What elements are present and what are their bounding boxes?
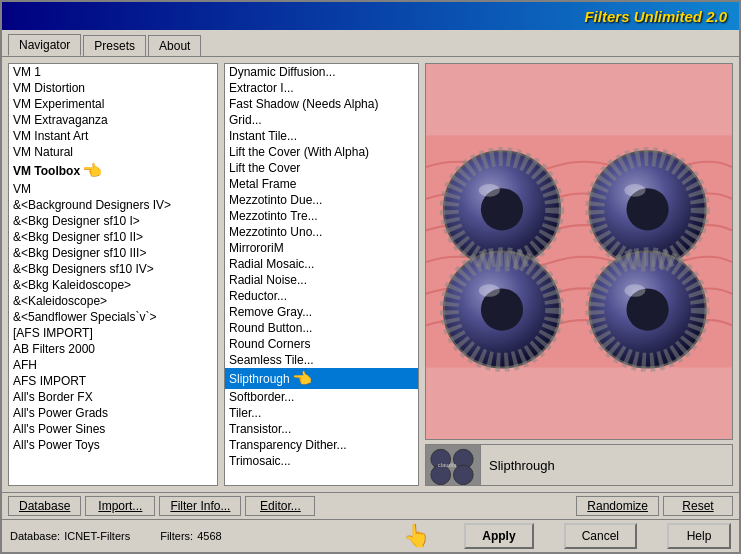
list-item[interactable]: Reductor... (225, 288, 418, 304)
status-bar: Database: ICNET-Filters Filters: 4568 👆 … (2, 519, 739, 552)
hand-cursor-icon: 👆 (403, 523, 430, 549)
main-content: VM 1 VM Distortion VM Experimental VM Ex… (2, 57, 739, 492)
list-item[interactable]: VM 1 (9, 64, 217, 80)
editor-button[interactable]: Editor... (245, 496, 315, 516)
bottom-toolbar: Database Import... Filter Info... Editor… (2, 492, 739, 519)
preview-panel: claudia Slipthrough (425, 63, 733, 486)
list-item[interactable]: VM Distortion (9, 80, 217, 96)
list-item[interactable]: Mezzotinto Uno... (225, 224, 418, 240)
filters-label: Filters: (160, 530, 193, 542)
tab-about[interactable]: About (148, 35, 201, 56)
list-item[interactable]: &<Kaleidoscope> (9, 293, 217, 309)
help-button[interactable]: Help (667, 523, 731, 549)
list-item[interactable]: AB Filters 2000 (9, 341, 217, 357)
list-item[interactable]: Metal Frame (225, 176, 418, 192)
svg-point-16 (624, 284, 645, 297)
list-item[interactable]: Remove Gray... (225, 304, 418, 320)
list-item[interactable]: Transparency Dither... (225, 437, 418, 453)
list-item[interactable]: Mezzotinto Tre... (225, 208, 418, 224)
list-item[interactable]: Seamless Tile... (225, 352, 418, 368)
list-item[interactable]: Fast Shadow (Needs Alpha) (225, 96, 418, 112)
list-item-slipthrough[interactable]: Slipthrough 👈 (225, 368, 418, 389)
list-item[interactable]: Round Corners (225, 336, 418, 352)
list-item[interactable]: Round Button... (225, 320, 418, 336)
main-window: Filters Unlimited 2.0 Navigator Presets … (0, 0, 741, 554)
apply-button[interactable]: Apply (464, 523, 533, 549)
left-list[interactable]: VM 1 VM Distortion VM Experimental VM Ex… (9, 64, 217, 485)
list-item[interactable]: AFS IMPORT (9, 373, 217, 389)
list-item-vm-toolbox[interactable]: VM Toolbox 👈 (9, 160, 217, 181)
database-value: ICNET-Filters (64, 530, 130, 542)
list-item[interactable]: Radial Mosaic... (225, 256, 418, 272)
right-list[interactable]: Dynamic Diffusion... Extractor I... Fast… (225, 64, 418, 485)
list-item[interactable]: All's Power Sines (9, 421, 217, 437)
left-panel: VM 1 VM Distortion VM Experimental VM Ex… (8, 63, 218, 486)
list-item[interactable]: [AFS IMPORT] (9, 325, 217, 341)
database-status: Database: ICNET-Filters (10, 530, 130, 542)
list-item[interactable]: All's Power Grads (9, 405, 217, 421)
pointer-icon: 👈 (82, 161, 102, 180)
list-item[interactable]: Softborder... (225, 389, 418, 405)
svg-point-15 (479, 284, 500, 297)
list-item[interactable]: Dynamic Diffusion... (225, 64, 418, 80)
preview-filter-name: Slipthrough (481, 454, 732, 477)
list-item[interactable]: All's Border FX (9, 389, 217, 405)
import-button[interactable]: Import... (85, 496, 155, 516)
list-item[interactable]: &<Bkg Kaleidoscope> (9, 277, 217, 293)
list-item[interactable]: Extractor I... (225, 80, 418, 96)
svg-point-14 (624, 184, 645, 197)
list-item[interactable]: &<5andflower Specials`v`> (9, 309, 217, 325)
list-item[interactable]: VM Instant Art (9, 128, 217, 144)
list-item[interactable]: AFH (9, 357, 217, 373)
filter-info-button[interactable]: Filter Info... (159, 496, 241, 516)
filters-status: Filters: 4568 (160, 530, 221, 542)
preview-bottom: claudia Slipthrough (425, 444, 733, 486)
list-item[interactable]: Mezzotinto Due... (225, 192, 418, 208)
list-item[interactable]: Lift the Cover (With Alpha) (225, 144, 418, 160)
list-item[interactable]: &<Bkg Designer sf10 II> (9, 229, 217, 245)
svg-text:claudia: claudia (438, 462, 457, 468)
randomize-button[interactable]: Randomize (576, 496, 659, 516)
title-bar: Filters Unlimited 2.0 (2, 2, 739, 30)
list-item[interactable]: Radial Noise... (225, 272, 418, 288)
tab-navigator[interactable]: Navigator (8, 34, 81, 56)
list-item[interactable]: Grid... (225, 112, 418, 128)
list-item[interactable]: &<Background Designers IV> (9, 197, 217, 213)
preview-thumbnail: claudia (426, 445, 481, 485)
list-item[interactable]: Trimosaic... (225, 453, 418, 469)
title-text: Filters Unlimited 2.0 (584, 8, 727, 25)
list-item[interactable]: VM (9, 181, 217, 197)
list-item[interactable]: Tiler... (225, 405, 418, 421)
filters-value: 4568 (197, 530, 221, 542)
tab-bar: Navigator Presets About (2, 30, 739, 57)
svg-point-13 (479, 184, 500, 197)
middle-panel: Dynamic Diffusion... Extractor I... Fast… (224, 63, 419, 486)
list-item[interactable]: VM Extravaganza (9, 112, 217, 128)
reset-button[interactable]: Reset (663, 496, 733, 516)
list-item[interactable]: Lift the Cover (225, 160, 418, 176)
preview-image (425, 63, 733, 440)
list-item[interactable]: VM Natural (9, 144, 217, 160)
list-item[interactable]: &<Bkg Designer sf10 I> (9, 213, 217, 229)
list-item[interactable]: Transistor... (225, 421, 418, 437)
cancel-button[interactable]: Cancel (564, 523, 637, 549)
pointer-icon-right: 👈 (292, 369, 312, 388)
list-item[interactable]: All's Power Toys (9, 437, 217, 453)
database-button[interactable]: Database (8, 496, 81, 516)
list-item[interactable]: Instant Tile... (225, 128, 418, 144)
svg-point-21 (453, 465, 473, 485)
list-item[interactable]: &<Bkg Designers sf10 IV> (9, 261, 217, 277)
database-label: Database: (10, 530, 60, 542)
list-item[interactable]: &<Bkg Designer sf10 III> (9, 245, 217, 261)
tab-presets[interactable]: Presets (83, 35, 146, 56)
list-item[interactable]: MirrororiM (225, 240, 418, 256)
list-item[interactable]: VM Experimental (9, 96, 217, 112)
